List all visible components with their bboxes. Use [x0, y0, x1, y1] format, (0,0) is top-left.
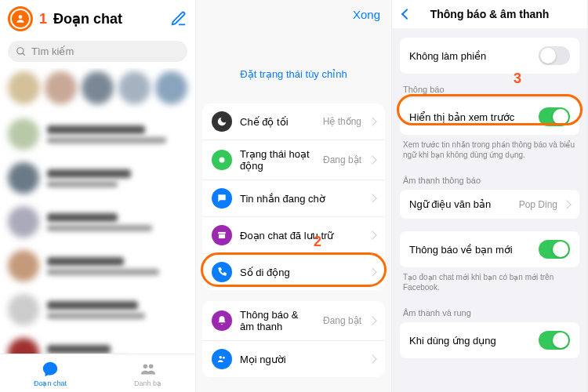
- notif-header: Thông báo & âm thanh: [392, 0, 587, 28]
- card-tone: Ngữ điệu văn bản Pop Ding: [400, 190, 579, 219]
- toggle-dnd[interactable]: [539, 46, 570, 65]
- row-dark-mode[interactable]: Chế độ tốiHệ thống: [202, 103, 385, 140]
- svg-rect-6: [218, 232, 225, 234]
- chat-list: [0, 112, 195, 376]
- card-new-friend: Thông báo về bạn mới: [400, 231, 579, 267]
- screen-chats: 1 Đoạn chat Tìm kiếm Đoạn chat Danh bạ: [0, 0, 196, 392]
- settings-group-2: Thông báo & âm thanhĐang bật Mọi người: [202, 301, 385, 377]
- chevron-right-icon: [562, 200, 571, 209]
- bottom-tabs: Đoạn chat Danh bạ: [0, 354, 195, 392]
- chevron-right-icon: [368, 117, 376, 125]
- row-mobile[interactable]: Số di động: [202, 253, 385, 290]
- story-item[interactable]: [118, 71, 151, 104]
- card-preview: Hiển thị bản xem trước: [400, 99, 579, 135]
- row-active-status[interactable]: Trạng thái hoạt độngĐang bật: [202, 140, 385, 180]
- chevron-right-icon: [368, 230, 376, 239]
- new-friend-help: Tạo đoạn chat mới khi bạn có bạn mới trê…: [400, 267, 579, 297]
- svg-point-8: [220, 356, 223, 359]
- screen-settings: Xong Đặt trạng thái tùy chỉnh Chế độ tối…: [196, 0, 392, 392]
- row-tone[interactable]: Ngữ điệu văn bản Pop Ding: [400, 190, 579, 219]
- svg-point-3: [143, 365, 147, 369]
- chat-row[interactable]: [8, 200, 187, 244]
- step-marker-1: 1: [39, 11, 47, 27]
- svg-point-1: [17, 47, 24, 53]
- toggle-in-app[interactable]: [539, 331, 570, 350]
- story-item[interactable]: [45, 71, 77, 104]
- svg-point-4: [148, 365, 153, 369]
- section-notif: Thông báo: [400, 74, 579, 99]
- row-in-app[interactable]: Khi dùng ứng dụng: [400, 322, 579, 358]
- card-in-app: Khi dùng ứng dụng: [400, 322, 579, 358]
- card-dnd: Không làm phiền: [400, 38, 579, 74]
- screen-notifications: Thông báo & âm thanh Không làm phiền Thô…: [392, 0, 588, 392]
- dot-icon: [212, 150, 232, 170]
- chevron-right-icon: [368, 155, 376, 164]
- moon-icon: [212, 111, 232, 132]
- search-icon: [16, 46, 27, 57]
- done-button[interactable]: Xong: [353, 8, 380, 21]
- chevron-right-icon: [368, 267, 376, 276]
- people-icon: [212, 349, 232, 369]
- svg-rect-7: [219, 234, 225, 238]
- tab-chats[interactable]: Đoạn chat: [34, 361, 67, 387]
- chat-row[interactable]: [8, 288, 187, 332]
- chat-icon: [212, 188, 232, 209]
- chevron-right-icon: [368, 354, 376, 363]
- section-sound: Âm thanh thông báo: [400, 165, 579, 190]
- section-vibrate: Âm thanh và rung: [400, 297, 579, 322]
- step-marker-2: 2: [314, 234, 321, 250]
- toggle-preview[interactable]: [539, 107, 570, 126]
- chat-row[interactable]: [8, 112, 187, 156]
- story-item[interactable]: [155, 71, 187, 104]
- chat-row[interactable]: [8, 156, 187, 200]
- svg-point-0: [19, 15, 23, 19]
- story-item[interactable]: [82, 71, 114, 104]
- bell-icon: [212, 310, 232, 331]
- svg-point-5: [220, 158, 225, 163]
- toggle-new-friend[interactable]: [539, 240, 570, 259]
- avatar-icon: [12, 10, 29, 27]
- chat-icon: [42, 361, 59, 378]
- story-row: [0, 68, 195, 112]
- chats-title: Đoạn chat: [53, 10, 164, 27]
- row-notifications-sound[interactable]: Thông báo & âm thanhĐang bật: [202, 301, 385, 340]
- row-archived[interactable]: Đoạn chat đã lưu trữ: [202, 216, 385, 253]
- chats-header: 1 Đoạn chat: [0, 0, 195, 38]
- profile-avatar-button[interactable]: [8, 6, 33, 31]
- settings-header: Xong: [196, 0, 391, 29]
- compose-icon[interactable]: [170, 10, 187, 27]
- chevron-right-icon: [368, 194, 376, 202]
- row-dnd[interactable]: Không làm phiền: [400, 38, 579, 74]
- tab-contacts[interactable]: Danh bạ: [134, 361, 162, 387]
- svg-line-2: [23, 53, 25, 55]
- row-message-requests[interactable]: Tin nhắn đang chờ: [202, 180, 385, 216]
- step-marker-3: 3: [514, 71, 521, 87]
- row-new-friend[interactable]: Thông báo về bạn mới: [400, 231, 579, 267]
- custom-status-link[interactable]: Đặt trạng thái tùy chỉnh: [196, 29, 391, 103]
- chat-row[interactable]: [8, 244, 187, 288]
- row-people[interactable]: Mọi người: [202, 340, 385, 377]
- preview-help: Xem trước tin nhắn trong phần thông báo …: [400, 135, 579, 165]
- tab-chats-label: Đoạn chat: [34, 379, 67, 387]
- notif-content: Không làm phiền Thông báo Hiển thị bản x…: [392, 28, 587, 358]
- archive-icon: [212, 225, 232, 245]
- search-placeholder: Tìm kiếm: [31, 45, 74, 57]
- row-preview[interactable]: Hiển thị bản xem trước: [400, 99, 579, 135]
- chevron-right-icon: [368, 316, 376, 325]
- people-icon: [140, 361, 157, 378]
- svg-point-9: [223, 357, 225, 359]
- notif-title: Thông báo & âm thanh: [403, 8, 576, 20]
- settings-group-1: Chế độ tốiHệ thống Trạng thái hoạt độngĐ…: [202, 103, 385, 290]
- story-item[interactable]: [8, 71, 40, 104]
- phone-icon: [212, 262, 232, 282]
- tab-contacts-label: Danh bạ: [134, 379, 162, 387]
- search-input[interactable]: Tìm kiếm: [8, 41, 187, 62]
